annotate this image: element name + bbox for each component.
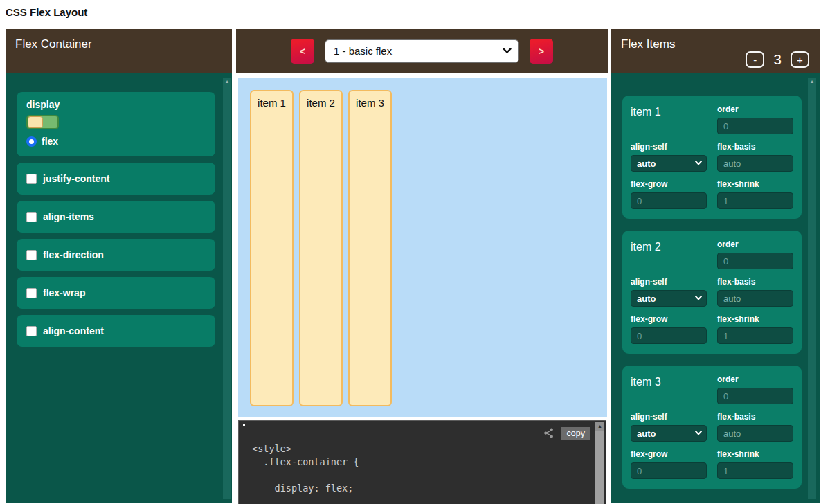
flex-grow-input[interactable]	[631, 462, 707, 479]
flex-shrink-input[interactable]	[717, 462, 793, 479]
property-card-flex-wrap[interactable]: flex-wrap	[17, 277, 215, 309]
flex-preview-container: item 1 item 2 item 3	[238, 78, 607, 417]
code-panel: copy <style> .flex-container { display: …	[238, 420, 606, 504]
toggle-knob-icon	[28, 116, 43, 128]
checkbox-align-items[interactable]	[26, 212, 37, 222]
flex-radio[interactable]	[26, 136, 37, 147]
preview-flex-item-3: item 3	[348, 90, 392, 406]
flex-grow-input[interactable]	[631, 192, 707, 209]
preview-flex-item-1: item 1	[250, 90, 294, 406]
display-toggle[interactable]	[26, 115, 59, 129]
code-line: display: flex;	[252, 483, 606, 496]
item-card-1: item 1 order align-self auto flex-basis	[622, 96, 802, 219]
align-self-select[interactable]: auto	[631, 155, 707, 172]
flex-grow-label: flex-grow	[631, 449, 707, 459]
example-nav-bar: < 1 - basic flex >	[236, 29, 608, 73]
flex-items-body: item 1 order align-self auto flex-basis	[611, 73, 820, 503]
order-label: order	[717, 105, 793, 114]
add-item-button[interactable]: +	[791, 51, 809, 68]
align-self-label: align-self	[631, 142, 707, 152]
preview-panel: < 1 - basic flex > item 1 item 2 item 3 …	[236, 29, 608, 504]
example-select[interactable]: 1 - basic flex	[325, 39, 519, 63]
flex-container-panel: Flex Container display flex justify-cont…	[6, 29, 232, 503]
flex-shrink-label: flex-shrink	[717, 449, 793, 459]
property-card-align-items[interactable]: align-items	[17, 201, 215, 233]
flex-items-header: Flex Items - 3 +	[611, 29, 820, 73]
property-label: align-items	[43, 211, 94, 222]
code-editor[interactable]: <style> .flex-container { display: flex;	[239, 439, 606, 496]
flex-basis-input[interactable]	[717, 290, 793, 307]
flex-shrink-label: flex-shrink	[717, 179, 793, 189]
align-self-label: align-self	[631, 412, 707, 422]
flex-container-body: display flex justify-content align-items…	[6, 73, 232, 503]
item-card-3: item 3 order align-self auto flex-basis	[622, 366, 802, 489]
property-card-flex-direction[interactable]: flex-direction	[17, 239, 215, 271]
display-label: display	[26, 99, 206, 110]
order-input[interactable]	[717, 388, 793, 404]
code-caret-dot	[243, 424, 245, 426]
flex-radio-label: flex	[42, 136, 58, 147]
align-self-select[interactable]: auto	[631, 290, 707, 307]
page-title: CSS Flex Layout	[6, 6, 87, 18]
flex-grow-input[interactable]	[631, 327, 707, 344]
scroll-up-icon[interactable]: ▲	[595, 422, 604, 431]
property-label: justify-content	[43, 173, 109, 184]
prev-example-button[interactable]: <	[291, 39, 314, 64]
remove-item-button[interactable]: -	[746, 51, 764, 68]
flex-basis-label: flex-basis	[717, 277, 793, 287]
flex-container-header: Flex Container	[6, 29, 232, 73]
order-label: order	[717, 240, 793, 249]
property-card-justify-content[interactable]: justify-content	[17, 163, 215, 195]
flex-shrink-label: flex-shrink	[717, 314, 793, 324]
item-card-title: item 3	[631, 375, 707, 388]
scroll-up-icon[interactable]: ▲	[808, 78, 816, 86]
next-example-button[interactable]: >	[530, 39, 553, 64]
flex-basis-label: flex-basis	[717, 142, 793, 152]
flex-items-panel: Flex Items - 3 + item 1 order align-self	[611, 29, 820, 503]
flex-basis-label: flex-basis	[717, 412, 793, 422]
checkbox-flex-wrap[interactable]	[26, 288, 37, 298]
code-line: <style>	[252, 443, 606, 456]
scroll-up-icon[interactable]: ▲	[223, 78, 231, 86]
order-input[interactable]	[717, 253, 793, 269]
code-scrollbar-thumb[interactable]	[595, 431, 604, 504]
flex-basis-input[interactable]	[717, 425, 793, 442]
item-card-2: item 2 order align-self auto flex-basis	[622, 231, 802, 354]
flex-basis-input[interactable]	[717, 155, 793, 172]
left-panel-scrollbar[interactable]: ▲	[223, 78, 231, 499]
right-panel-scrollbar[interactable]: ▲	[808, 78, 816, 499]
checkbox-flex-direction[interactable]	[26, 250, 37, 260]
property-card-align-content[interactable]: align-content	[17, 315, 215, 347]
item-card-title: item 1	[631, 105, 707, 118]
property-label: flex-wrap	[43, 287, 85, 298]
copy-button[interactable]: copy	[561, 427, 590, 440]
order-input[interactable]	[717, 118, 793, 134]
flex-layout-app: CSS Flex Layout Flex Container display f…	[0, 0, 830, 504]
flex-shrink-input[interactable]	[717, 327, 793, 344]
flex-grow-label: flex-grow	[631, 179, 707, 189]
share-icon[interactable]	[543, 427, 554, 439]
display-property-card: display flex	[17, 92, 215, 156]
preview-flex-item-2: item 2	[299, 90, 343, 406]
checkbox-align-content[interactable]	[26, 326, 37, 336]
checkbox-justify-content[interactable]	[26, 174, 37, 184]
item-card-title: item 2	[631, 240, 707, 253]
order-label: order	[717, 375, 793, 384]
code-line: .flex-container {	[252, 456, 606, 469]
flex-shrink-input[interactable]	[717, 192, 793, 209]
code-line	[252, 469, 606, 483]
property-label: align-content	[43, 325, 104, 336]
align-self-label: align-self	[631, 277, 707, 287]
property-label: flex-direction	[43, 249, 104, 260]
item-count: 3	[773, 51, 782, 68]
code-scrollbar[interactable]: ▲	[595, 422, 604, 504]
flex-items-title: Flex Items	[621, 37, 675, 51]
flex-grow-label: flex-grow	[631, 314, 707, 324]
align-self-select[interactable]: auto	[631, 425, 707, 442]
